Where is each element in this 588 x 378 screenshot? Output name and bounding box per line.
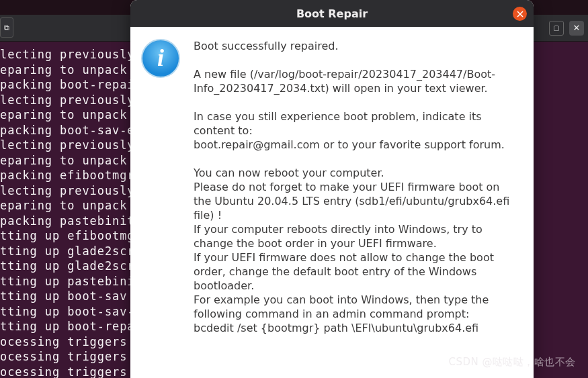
message-line: In case you still experience boot proble… bbox=[194, 109, 520, 138]
terminal-close-button[interactable]: ✕ bbox=[569, 21, 584, 36]
dialog-title: Boot Repair bbox=[296, 7, 368, 20]
dialog-titlebar[interactable]: Boot Repair bbox=[130, 0, 534, 27]
watermark: CSDN @哒哒哒，啥也不会 bbox=[448, 356, 576, 369]
message-line: If your UEFI firmware does not allow to … bbox=[194, 250, 520, 293]
dialog-icon-column: i bbox=[141, 39, 180, 378]
message-line: For example you can boot into Windows, t… bbox=[194, 293, 520, 321]
terminal-output: lecting previously eparing to unpack pac… bbox=[0, 47, 134, 378]
dialog-close-button[interactable] bbox=[513, 7, 527, 21]
dialog-body: i Boot successfully repaired. A new file… bbox=[130, 27, 534, 378]
maximize-icon: ▢ bbox=[553, 24, 559, 32]
message-line: Boot successfully repaired. bbox=[194, 39, 520, 53]
message-line: You can now reboot your computer. bbox=[194, 166, 520, 180]
info-icon: i bbox=[141, 39, 180, 78]
dialog-message: Boot successfully repaired. A new file (… bbox=[194, 39, 520, 378]
boot-repair-dialog: Boot Repair i Boot successfully repaired… bbox=[130, 0, 534, 378]
message-line: Please do not forget to make your UEFI f… bbox=[194, 180, 520, 222]
message-line: A new file (/var/log/boot-repair/2023041… bbox=[194, 67, 520, 95]
message-line: bcdedit /set {bootmgr} path \EFI\ubuntu\… bbox=[194, 321, 520, 335]
maximize-button[interactable]: ▢ bbox=[549, 21, 564, 36]
message-line: boot.repair@gmail.com or to your favorit… bbox=[194, 138, 520, 152]
new-tab-button[interactable]: ⧉ bbox=[0, 17, 13, 38]
new-tab-icon: ⧉ bbox=[4, 23, 9, 32]
close-icon bbox=[517, 11, 523, 17]
close-icon: ✕ bbox=[573, 23, 581, 33]
message-line: If your computer reboots directly into W… bbox=[194, 222, 520, 250]
